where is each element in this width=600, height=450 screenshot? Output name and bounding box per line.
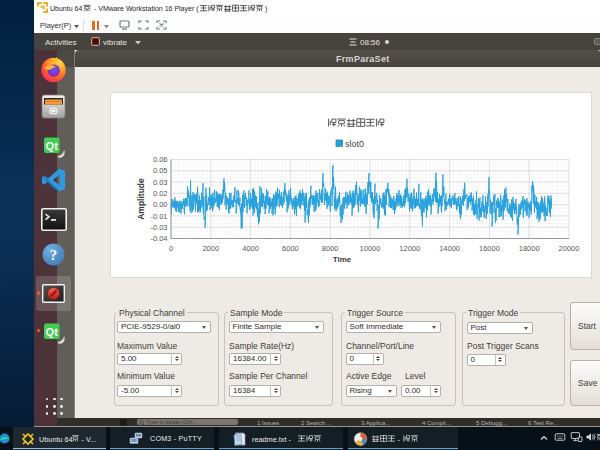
- svg-text:Time: Time: [333, 255, 352, 264]
- svg-text:Qt: Qt: [46, 325, 59, 337]
- svg-text:readme.txt -: readme.txt -: [252, 435, 291, 444]
- svg-text:slot0: slot0: [345, 139, 364, 149]
- svg-text:?: ?: [50, 247, 58, 263]
- svg-text:Ubuntu 64: Ubuntu 64: [39, 435, 73, 444]
- svg-text:- V...: - V...: [82, 435, 97, 444]
- svg-text:0.00: 0.00: [153, 200, 168, 209]
- svg-text:0.03: 0.03: [153, 178, 168, 187]
- svg-text:-0.01: -0.01: [150, 212, 167, 221]
- svg-text:18000: 18000: [519, 244, 540, 253]
- svg-text:6000: 6000: [282, 244, 299, 253]
- svg-text:- VMware Workstation 16 Player: - VMware Workstation 16 Player (: [94, 5, 199, 13]
- svg-text:-0.03: -0.03: [150, 223, 167, 232]
- svg-text:0: 0: [169, 244, 173, 253]
- svg-text:Ubuntu 64: Ubuntu 64: [50, 5, 82, 12]
- svg-text:8000: 8000: [322, 244, 339, 253]
- svg-text:0.05: 0.05: [153, 166, 168, 175]
- svg-text:): ): [265, 5, 267, 13]
- svg-text:12000: 12000: [399, 244, 420, 253]
- svg-text:10000: 10000: [360, 244, 381, 253]
- svg-text:Qt: Qt: [46, 139, 59, 151]
- svg-text:0.02: 0.02: [153, 189, 168, 198]
- svg-text:14000: 14000: [439, 244, 460, 253]
- svg-text:2000: 2000: [202, 244, 219, 253]
- svg-text:16000: 16000: [479, 244, 500, 253]
- svg-text:0.06: 0.06: [153, 155, 168, 164]
- svg-text:20000: 20000: [559, 244, 580, 253]
- svg-text:4000: 4000: [242, 244, 259, 253]
- svg-text:-0.04: -0.04: [150, 234, 167, 243]
- svg-text:Amplitude: Amplitude: [136, 178, 146, 220]
- svg-text:-: -: [398, 435, 401, 444]
